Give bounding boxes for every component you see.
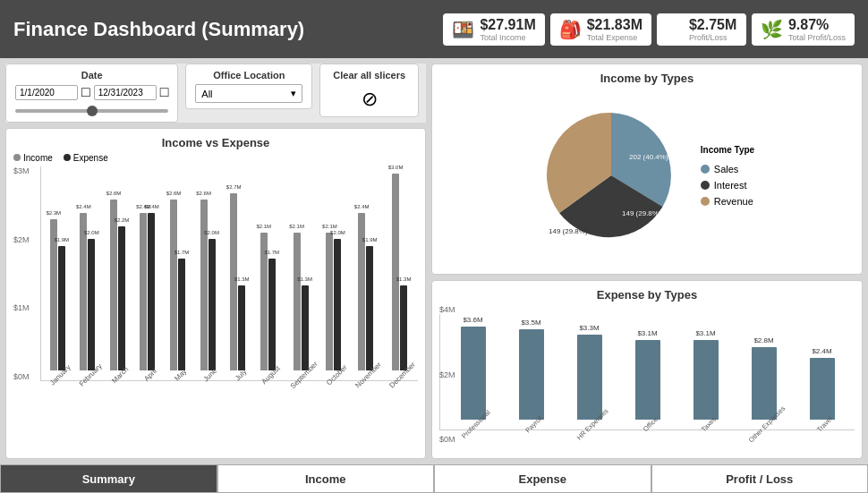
pie-legend: Income Type Sales Interest Revenue: [701, 145, 754, 207]
expense-bar: $1.3M: [400, 285, 407, 370]
date-slider[interactable]: [15, 109, 168, 113]
exp-y-labels: $4M $2M $0M: [439, 305, 463, 444]
clear-slicers-label: Clear all slicers: [333, 70, 405, 81]
clear-filter-icon: ⊘: [362, 88, 378, 111]
expense-type-bar: $2.8M: [752, 347, 777, 420]
income-bar: $2.7M: [230, 193, 237, 370]
office-location-label: Office Location: [195, 70, 302, 81]
income-by-types-title: Income by Types: [439, 72, 855, 85]
income-vs-expense-title: Income vs Expense: [13, 136, 418, 149]
expense-bar-group: $2.4M Travel: [793, 314, 851, 429]
expense-bar-group: $3.5M Payroll: [502, 314, 560, 429]
clear-slicers-button[interactable]: Clear all slicers ⊘: [319, 64, 419, 117]
total-profit-loss-value: 9.87%: [788, 17, 846, 33]
month-group: $2.4M $2.0M February: [73, 166, 103, 380]
right-panel: Income by Types 202 (40.4%): [431, 64, 863, 459]
expense-bar: $2.0M: [88, 239, 95, 370]
office-location-select[interactable]: All ▾: [195, 84, 302, 103]
nav-tab-expense[interactable]: Expense: [434, 464, 651, 493]
expense-bar: $1.9M: [366, 246, 373, 370]
income-bar: $2.1M: [294, 233, 301, 370]
left-panel: Date □ □ Office Location All ▾: [5, 64, 426, 459]
profit-loss-icon: 🌶: [666, 19, 684, 39]
bars-container: $2.3M $1.9M January $2.4M $2.0M February…: [40, 166, 418, 381]
date-end-input[interactable]: [94, 85, 157, 100]
office-location-filter: Office Location All ▾: [185, 64, 312, 109]
income-vs-expense-chart: Income vs Expense Income Expense $3M $2M…: [5, 128, 426, 459]
pie-area: 202 (40.4%) 149 (29.8%) 149 (29.8%) Inco…: [439, 89, 855, 262]
total-expense-label: Total Expense: [587, 33, 642, 42]
kpi-total-expense: 🎒 $21.83M Total Expense: [550, 13, 651, 46]
pie-label-revenue: 149 (29.8%): [549, 227, 588, 235]
income-bar: $2.4M: [80, 213, 87, 370]
revenue-dot: [701, 197, 710, 206]
expense-type-bar: $3.6M: [461, 327, 486, 420]
nav-tab-summary[interactable]: Summary: [0, 464, 217, 493]
month-group: $2.3M $1.9M January: [43, 166, 72, 380]
kpi-total-income: 🍱 $27.91M Total Income: [443, 13, 544, 46]
chevron-down-icon: ▾: [291, 88, 296, 99]
page-title: Finance Dashboard (Summary): [13, 18, 425, 41]
income-bar: $2.4M: [140, 213, 147, 370]
total-profit-loss-label: Total Profit/Loss: [788, 33, 846, 42]
chart-legend: Income Expense: [13, 153, 418, 163]
expense-bar: $1.7M: [178, 259, 185, 370]
nav-tab-profit---loss[interactable]: Profit / Loss: [651, 464, 869, 493]
pie-legend-title: Income Type: [701, 145, 754, 155]
date-label: Date: [15, 70, 168, 81]
date-filter: Date □ □: [5, 64, 178, 123]
date-inputs: □ □: [15, 84, 168, 100]
profit-loss-value: $2.75M: [689, 17, 736, 33]
income-bar: $2.6M: [170, 200, 177, 370]
date-start-input[interactable]: [15, 85, 78, 100]
income-bar: $2.1M: [326, 233, 333, 370]
expense-type-bar: $2.4M: [810, 358, 835, 420]
total-expense-value: $21.83M: [587, 17, 642, 33]
month-group: $2.6M $2.2M March: [103, 166, 132, 380]
expense-type-bar: $3.1M: [694, 340, 719, 420]
expense-bar: $1.3M: [302, 285, 309, 370]
date-calendar-icon: □: [160, 84, 169, 100]
y-axis-labels: $3M $2M $1M $0M: [13, 166, 38, 381]
expense-bar: $2.0M: [334, 239, 341, 370]
expense-bar-group: $3.3M HR Expenses: [560, 314, 618, 429]
expense-legend: Expense: [64, 153, 108, 163]
kpi-total-profit-loss: 🌿 9.87% Total Profit/Loss: [752, 13, 855, 46]
month-group: $2.6M $2.0M June: [193, 166, 223, 380]
expense-bar: $2.2M: [118, 226, 125, 370]
income-bar: $2.6M: [110, 200, 117, 370]
month-group: $2.7M $1.3M July: [223, 166, 252, 380]
main-content: Date □ □ Office Location All ▾: [0, 58, 868, 464]
expense-bar-group: $3.1M Office: [618, 314, 677, 429]
month-group: $2.6M $1.7M May: [163, 166, 192, 380]
expense-bars: $3.6M Professional $3.5M Payroll $3.3M H…: [439, 314, 855, 430]
expense-by-types-chart: Expense by Types $4M $2M $0M $3.6M Profe…: [431, 280, 863, 459]
kpi-profit-loss: 🌶 $2.75M Profit/Loss: [657, 13, 746, 46]
total-income-value: $27.91M: [480, 17, 535, 33]
income-legend: Income: [13, 153, 53, 163]
header: Finance Dashboard (Summary) 🍱 $27.91M To…: [0, 0, 868, 58]
sales-dot: [701, 165, 710, 174]
expense-bar: $1.3M: [238, 285, 245, 370]
bar-chart-area: $3M $2M $1M $0M $2.3M $1.9M January $2.4…: [13, 166, 418, 399]
profit-loss-label: Profit/Loss: [689, 33, 736, 42]
pie-legend-revenue: Revenue: [701, 196, 754, 207]
nav-tab-income[interactable]: Income: [217, 464, 435, 493]
expense-bar-group: $3.1M Taxes: [677, 314, 735, 429]
month-group: $2.4M $1.9M November: [349, 166, 382, 380]
month-group: $2.1M $2.0M October: [319, 166, 349, 380]
total-income-label: Total Income: [480, 33, 535, 42]
bottom-nav: SummaryIncomeExpenseProfit / Loss: [0, 464, 868, 493]
kpi-container: 🍱 $27.91M Total Income 🎒 $21.83M Total E…: [443, 13, 855, 46]
pie-legend-sales: Sales: [701, 164, 754, 174]
income-bar: $3.0M: [392, 174, 399, 370]
income-bar: $2.6M: [200, 200, 208, 370]
total-profit-loss-icon: 🌿: [761, 19, 783, 40]
expense-bar: $1.9M: [58, 246, 65, 370]
expense-bar: $2.0M: [208, 239, 216, 370]
pie-chart: 202 (40.4%) 149 (29.8%) 149 (29.8%): [540, 104, 683, 247]
pie-label-sales: 202 (40.4%): [629, 153, 668, 161]
expense-by-types-title: Expense by Types: [439, 288, 855, 302]
date-separator: □: [81, 84, 90, 100]
month-group: $2.4M $2.4M April: [133, 166, 163, 380]
